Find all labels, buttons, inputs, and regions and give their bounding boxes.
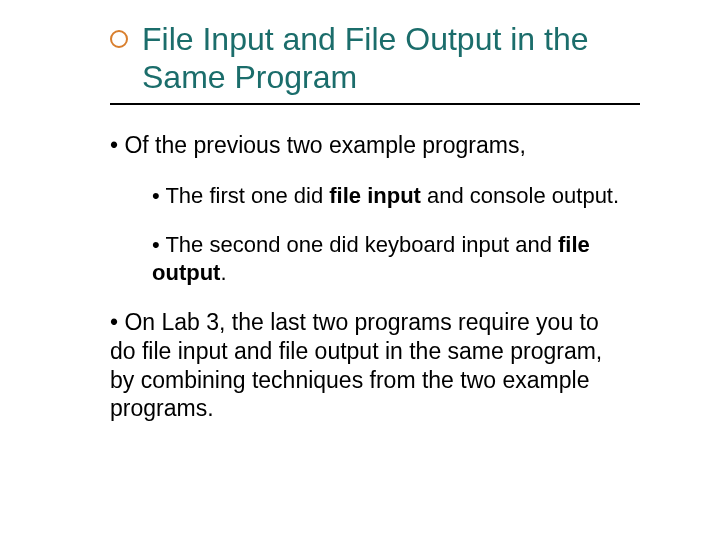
text-run: • The second one did keyboard input and (152, 232, 558, 257)
title-underline (110, 103, 640, 105)
bullet-level2: • The second one did keyboard input and … (152, 231, 630, 286)
bullet-ring-icon (110, 30, 128, 48)
slide: File Input and File Output in the Same P… (0, 0, 720, 540)
title-row: File Input and File Output in the Same P… (110, 20, 640, 97)
slide-title: File Input and File Output in the Same P… (142, 20, 640, 97)
bullet-level1: • Of the previous two example programs, (110, 131, 630, 160)
title-block: File Input and File Output in the Same P… (110, 20, 640, 105)
text-run: . (220, 260, 226, 285)
bullet-level2: • The first one did file input and conso… (152, 182, 630, 210)
text-run: • The first one did (152, 183, 329, 208)
slide-body: • Of the previous two example programs, … (50, 131, 670, 423)
text-run: and console output. (421, 183, 619, 208)
text-bold: file input (329, 183, 421, 208)
bullet-level1: • On Lab 3, the last two programs requir… (110, 308, 630, 423)
